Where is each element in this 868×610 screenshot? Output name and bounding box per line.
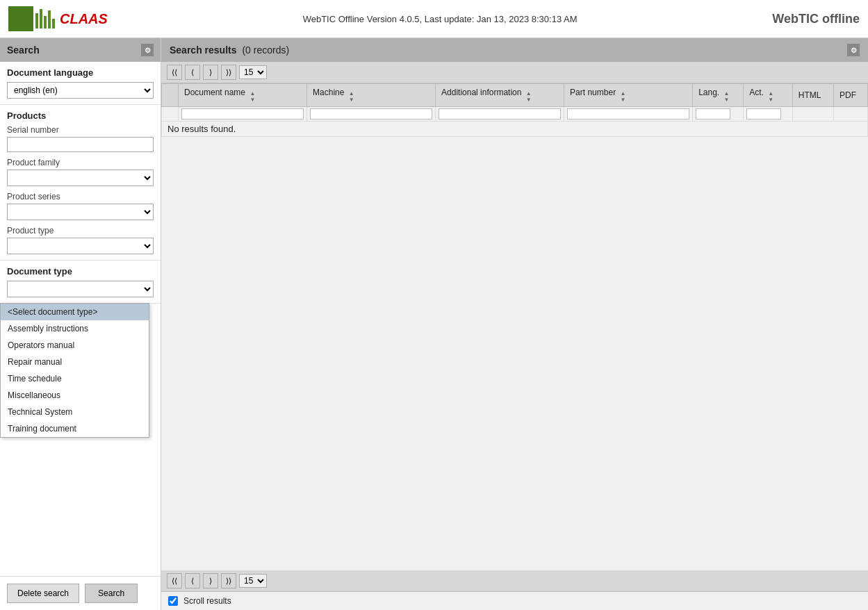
dropdown-item-5[interactable]: Miscellaneous bbox=[1, 387, 149, 404]
search-button[interactable]: Search bbox=[85, 584, 138, 603]
sort-add-info-icon[interactable]: ▲ ▼ bbox=[526, 90, 532, 103]
products-section: Products Serial number Product family Pr… bbox=[0, 105, 161, 261]
sidebar-settings-icon[interactable]: ⚙ bbox=[141, 44, 154, 56]
th-checkbox bbox=[162, 84, 179, 107]
document-language-section: Document language english (en) bbox=[0, 62, 161, 105]
results-table: Document name ▲ ▼ Machine ▲ ▼ bbox=[161, 83, 868, 137]
dropdown-item-0[interactable]: <Select document type> bbox=[1, 304, 149, 320]
prev-page-button-bottom[interactable]: ⟨ bbox=[185, 573, 200, 588]
delete-search-button[interactable]: Delete search bbox=[7, 584, 79, 603]
doc-lang-label: Document language bbox=[7, 67, 154, 78]
logo-bar-5 bbox=[52, 19, 55, 28]
top-pagination-bar: ⟨⟨ ⟨ ⟩ ⟩⟩ 15 25 50 bbox=[161, 62, 868, 83]
filter-html-cell bbox=[792, 107, 833, 122]
dropdown-item-4[interactable]: Time schedule bbox=[1, 370, 149, 387]
th-document-name[interactable]: Document name ▲ ▼ bbox=[179, 84, 307, 107]
logo-bar-4 bbox=[48, 10, 51, 28]
filter-checkbox-cell bbox=[162, 107, 179, 122]
next-page-button-bottom[interactable]: ⟩ bbox=[203, 573, 218, 588]
filter-add-info-input[interactable] bbox=[439, 108, 561, 119]
per-page-select-bottom[interactable]: 15 25 50 bbox=[239, 574, 267, 588]
logo: CLAAS bbox=[8, 6, 108, 31]
filter-doc-name-input[interactable] bbox=[181, 108, 304, 119]
results-count: (0 records) bbox=[242, 44, 289, 56]
doc-type-label: Document type bbox=[7, 266, 154, 277]
filter-lang-cell bbox=[693, 107, 744, 122]
product-series-select[interactable] bbox=[7, 204, 154, 220]
sort-doc-name-icon[interactable]: ▲ ▼ bbox=[249, 90, 255, 103]
filter-machine-input[interactable] bbox=[310, 108, 432, 119]
next-page-button[interactable]: ⟩ bbox=[203, 65, 218, 80]
scroll-results-bar: Scroll results bbox=[161, 592, 868, 610]
no-results-row: No results found. bbox=[162, 122, 868, 137]
filter-doc-name-cell bbox=[179, 107, 307, 122]
sort-part-num-icon[interactable]: ▲ ▼ bbox=[620, 90, 625, 103]
sidebar-header: Search ⚙ bbox=[0, 38, 161, 62]
product-family-label: Product family bbox=[7, 158, 154, 167]
th-pdf: PDF bbox=[834, 84, 868, 107]
results-settings-icon[interactable]: ⚙ bbox=[847, 44, 860, 56]
bottom-pagination-bar: ⟨⟨ ⟨ ⟩ ⟩⟩ 15 25 50 bbox=[161, 570, 868, 592]
products-label: Products bbox=[7, 110, 154, 121]
filter-act-cell bbox=[744, 107, 792, 122]
dropdown-item-1[interactable]: Assembly instructions bbox=[1, 320, 149, 337]
logo-claas-text: CLAAS bbox=[60, 11, 108, 27]
th-lang[interactable]: Lang. ▲ ▼ bbox=[693, 84, 744, 107]
dropdown-item-3[interactable]: Repair manual bbox=[1, 354, 149, 370]
filter-part-num-input[interactable] bbox=[567, 108, 689, 119]
no-results-cell: No results found. bbox=[162, 122, 868, 137]
document-language-select[interactable]: english (en) bbox=[7, 82, 154, 99]
sort-machine-icon[interactable]: ▲ ▼ bbox=[349, 90, 354, 103]
dropdown-item-2[interactable]: Operators manual bbox=[1, 337, 149, 354]
product-type-select[interactable] bbox=[7, 238, 154, 254]
header-title: WebTIC Offline Version 4.0.5, Last updat… bbox=[108, 14, 772, 24]
first-page-button-bottom[interactable]: ⟨⟨ bbox=[167, 573, 182, 588]
sidebar-footer: Delete search Search bbox=[0, 576, 161, 610]
results-table-body: No results found. bbox=[162, 122, 868, 137]
logo-bar-2 bbox=[40, 9, 42, 28]
filter-act-input[interactable] bbox=[746, 108, 781, 119]
filter-part-num-cell bbox=[564, 107, 693, 122]
results-header: Search results (0 records) ⚙ bbox=[161, 38, 868, 62]
first-page-button[interactable]: ⟨⟨ bbox=[167, 65, 182, 80]
last-page-button[interactable]: ⟩⟩ bbox=[221, 65, 236, 80]
filter-lang-input[interactable] bbox=[696, 108, 730, 119]
product-type-label: Product type bbox=[7, 226, 154, 236]
serial-number-input[interactable] bbox=[7, 137, 154, 152]
th-html: HTML bbox=[792, 84, 833, 107]
scroll-results-checkbox[interactable] bbox=[168, 596, 178, 606]
dropdown-item-6[interactable]: Technical System bbox=[1, 404, 149, 420]
document-type-select[interactable]: Assembly instructionsOperators manualRep… bbox=[7, 281, 154, 297]
serial-number-label: Serial number bbox=[7, 125, 154, 135]
filter-add-info-cell bbox=[436, 107, 564, 122]
main-layout: Search ⚙ Document language english (en) … bbox=[0, 38, 868, 610]
filter-machine-cell bbox=[307, 107, 436, 122]
sidebar: Search ⚙ Document language english (en) … bbox=[0, 38, 161, 610]
logo-bars bbox=[33, 6, 57, 31]
scroll-results-label: Scroll results bbox=[183, 596, 231, 606]
th-act[interactable]: Act. ▲ ▼ bbox=[744, 84, 792, 107]
document-type-dropdown: <Select document type> Assembly instruct… bbox=[0, 303, 149, 438]
content-area: Search results (0 records) ⚙ ⟨⟨ ⟨ ⟩ ⟩⟩ 1… bbox=[161, 38, 868, 610]
filter-row bbox=[162, 107, 868, 122]
product-family-select[interactable] bbox=[7, 170, 154, 186]
filter-pdf-cell bbox=[834, 107, 868, 122]
app-header: CLAAS WebTIC Offline Version 4.0.5, Last… bbox=[0, 0, 868, 38]
document-type-section: Document type Assembly instructionsOpera… bbox=[0, 261, 161, 304]
last-page-button-bottom[interactable]: ⟩⟩ bbox=[221, 573, 236, 588]
dropdown-item-7[interactable]: Training document bbox=[1, 420, 149, 437]
th-part-number[interactable]: Part number ▲ ▼ bbox=[564, 84, 693, 107]
results-title-text: Search results bbox=[170, 44, 237, 56]
logo-green-square bbox=[8, 6, 33, 31]
per-page-select-top[interactable]: 15 25 50 bbox=[239, 65, 267, 79]
sort-act-icon[interactable]: ▲ ▼ bbox=[768, 90, 773, 103]
prev-page-button[interactable]: ⟨ bbox=[185, 65, 200, 80]
results-title: Search results (0 records) bbox=[170, 44, 289, 56]
results-table-container: Document name ▲ ▼ Machine ▲ ▼ bbox=[161, 83, 868, 570]
product-series-label: Product series bbox=[7, 192, 154, 201]
th-machine[interactable]: Machine ▲ ▼ bbox=[307, 84, 436, 107]
sidebar-title: Search bbox=[7, 44, 40, 56]
th-additional-info[interactable]: Additional information ▲ ▼ bbox=[436, 84, 564, 107]
sort-lang-icon[interactable]: ▲ ▼ bbox=[724, 90, 730, 103]
app-name: WebTIC offline bbox=[772, 12, 860, 26]
